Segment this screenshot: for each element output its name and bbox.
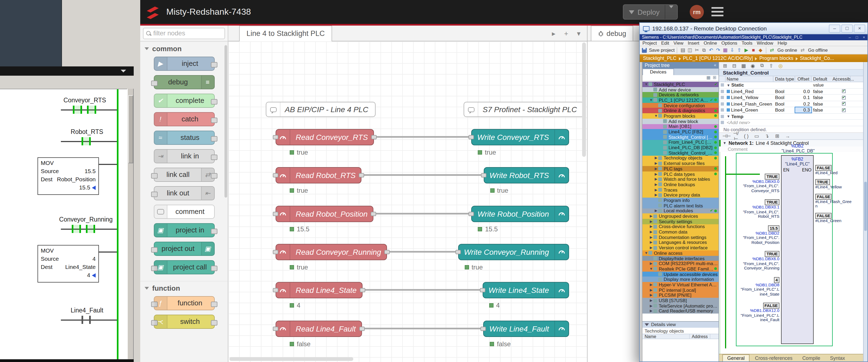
output-port[interactable] (371, 135, 377, 139)
split-icon[interactable]: ◆ (757, 47, 764, 53)
breadcrumb-item[interactable]: Stacklight_Co... (800, 56, 834, 61)
panel-handle[interactable] (640, 62, 643, 361)
expand-icon[interactable]: ▶ (649, 293, 653, 298)
read-node[interactable]: Read Robot_Position (276, 205, 374, 222)
comment-node[interactable]: AB EIP/CIP - Line 4 PLC (266, 102, 375, 117)
read-node[interactable]: Read Conveyor_Running (276, 244, 387, 260)
tree-item[interactable]: Devices & networks ✔ (643, 92, 718, 98)
collapsed-toolbar[interactable] (0, 66, 134, 76)
palette-node[interactable]: ≡ debug (154, 75, 214, 89)
tree-item[interactable]: ▶ Security settings ✔ (643, 219, 718, 224)
write-node[interactable]: Write Conveyor_RTS (471, 129, 569, 145)
tree-item[interactable]: ▶ USB [S7USB] ✔ (643, 298, 718, 303)
maximize-button[interactable]: □ (853, 34, 860, 40)
read-node[interactable]: Read Robot_RTS (276, 167, 362, 184)
input-port[interactable] (479, 288, 485, 292)
jump-icon[interactable]: → (784, 133, 791, 139)
write-node[interactable]: Write Conveyor_Running (458, 244, 569, 260)
breadcrumb-item[interactable]: Stacklight_PLC (643, 56, 681, 61)
tree-item[interactable]: ▶ Card Reader/USB memory ✔ (643, 308, 718, 313)
palette-search[interactable]: filter nodes (140, 26, 228, 41)
search-input[interactable]: filter nodes (143, 27, 225, 39)
tree-item[interactable]: ▶ Traces ✔ (643, 187, 718, 192)
tab-debug[interactable]: debug (591, 26, 633, 41)
contact-icon[interactable] (86, 225, 95, 233)
empty-box-icon[interactable]: ▭ (753, 133, 760, 139)
input-port[interactable] (469, 212, 474, 216)
view-icon[interactable]: ▦ (706, 75, 710, 81)
accessible-checkbox[interactable] (842, 89, 845, 93)
ladder-scrollbar[interactable] (127, 89, 134, 359)
tree-item[interactable]: Stacklight_Control_DB [DB... ✔ (643, 150, 718, 156)
compile-icon[interactable]: ▦ (722, 47, 728, 53)
tree-item[interactable]: ▶ External source files ✔ (643, 161, 718, 166)
scrollbar-thumb[interactable] (128, 95, 133, 163)
tree-item[interactable]: ▼ PLC_1 [CPU 1212C AC/DC/Rly] ✔ (643, 98, 718, 103)
input-operand[interactable]: TRUE %DB1.DBX6.0 "From_Line4_PLC".Convey… (740, 251, 779, 271)
expand-icon[interactable]: ▶ (649, 240, 653, 245)
load-values-icon[interactable]: ⇧ (768, 63, 775, 68)
tree-item[interactable]: Main [OB1] ✔ (643, 124, 718, 129)
output-port[interactable] (360, 288, 365, 292)
expand-icon[interactable]: ▶ (654, 209, 658, 213)
close-button[interactable]: × (854, 24, 865, 32)
expand-icon[interactable]: ▶ (654, 193, 658, 197)
print-icon[interactable]: ◫ (687, 47, 693, 53)
copy-icon[interactable]: ⧉ (701, 47, 707, 53)
column-header[interactable]: Data type (773, 76, 795, 82)
expand-icon[interactable]: ▼ (654, 114, 658, 118)
expand-icon[interactable]: ▶ (654, 188, 658, 192)
tag-row[interactable]: ▼Static (719, 82, 867, 88)
write-node[interactable]: Write Robot_Position (471, 205, 569, 222)
input-port[interactable] (468, 135, 474, 139)
expand-icon[interactable]: ▶ (649, 298, 653, 303)
inspector-tab[interactable]: Syntax (826, 355, 849, 361)
maximize-button[interactable]: □ (841, 24, 853, 32)
column-header[interactable]: Offset (795, 76, 811, 82)
contact-icon[interactable] (72, 225, 81, 233)
breadcrumb-item[interactable]: Program blocks (759, 56, 798, 61)
branch-icon[interactable]: ↴ (764, 133, 770, 139)
input-port[interactable] (273, 326, 278, 331)
tree-item[interactable]: ▼ Stacklight_PLC ✔ (643, 82, 718, 87)
tree-item[interactable]: ▶ COM [RS232/PPI multi-master c... ✔ (643, 261, 718, 266)
section-arrow-icon[interactable]: ▼ (727, 115, 730, 118)
lad-network-view[interactable]: TRUE %DB1.DBX0.0 "From_Line4_PLC".Convey… (719, 151, 867, 354)
tree-item[interactable]: ▶ TeleService [Automatic protoco... ✔ (643, 303, 718, 308)
expand-icon[interactable]: ▶ (649, 225, 653, 229)
contact-icon[interactable] (73, 106, 82, 114)
write-node[interactable]: Write Robot_RTS (484, 167, 569, 184)
tree-item[interactable]: Add new device ✔ (643, 87, 718, 92)
expand-icon[interactable]: ▶ (649, 246, 653, 250)
input-port[interactable] (273, 173, 278, 178)
minimize-button[interactable]: – (829, 24, 840, 32)
palette-node[interactable]: ✔ complete (154, 94, 214, 108)
download-icon[interactable]: ⇩ (729, 47, 736, 53)
fb-call-block[interactable]: %DB2 "Line4_PLC_DB" %FB2 "Line4_PLC" EN … (781, 155, 814, 344)
expand-icon[interactable]: ▶ (649, 309, 653, 313)
insert-row-icon[interactable]: ⊞ (722, 63, 728, 68)
palette-node[interactable]: ▣ project in (154, 223, 214, 238)
collapse-panel-icon[interactable]: « (714, 62, 716, 68)
comment-node[interactable]: S7 Profinet - Stacklight PLC (464, 102, 584, 117)
menu-item[interactable]: Help (777, 40, 787, 46)
tree-item[interactable]: ▶ Version control interface ✔ (643, 245, 718, 250)
close-button[interactable]: × (860, 34, 867, 40)
tree-item[interactable]: ▶ Languages & resources ✔ (643, 240, 718, 245)
expand-icon[interactable]: ▶ (654, 161, 658, 166)
expand-icon[interactable]: ▶ (649, 282, 653, 287)
save-project-button[interactable]: Save project (649, 47, 675, 53)
new-icon[interactable]: ▤ (680, 47, 686, 53)
keyboard-nav-icon[interactable]: ▸ (552, 29, 556, 37)
accessible-checkbox[interactable] (842, 108, 845, 112)
input-port[interactable] (481, 326, 486, 331)
input-operand[interactable]: TRUE %DB1.DBX0.1 "From_Line4_PLC".Robot_… (740, 199, 779, 219)
output-port[interactable] (359, 173, 365, 178)
palette-node[interactable]: ▣ project call (154, 260, 214, 274)
wire[interactable] (374, 213, 471, 214)
input-port[interactable] (455, 250, 461, 254)
tree-item[interactable]: ▶ PLCSIM [PN/IE] ✔ (643, 293, 718, 298)
palette-node[interactable]: ⇤ link out (154, 186, 214, 200)
palette-node[interactable]: ≈ status (154, 131, 214, 145)
tree-item[interactable]: ▶ PC internal [Local] ✔ (643, 287, 718, 293)
